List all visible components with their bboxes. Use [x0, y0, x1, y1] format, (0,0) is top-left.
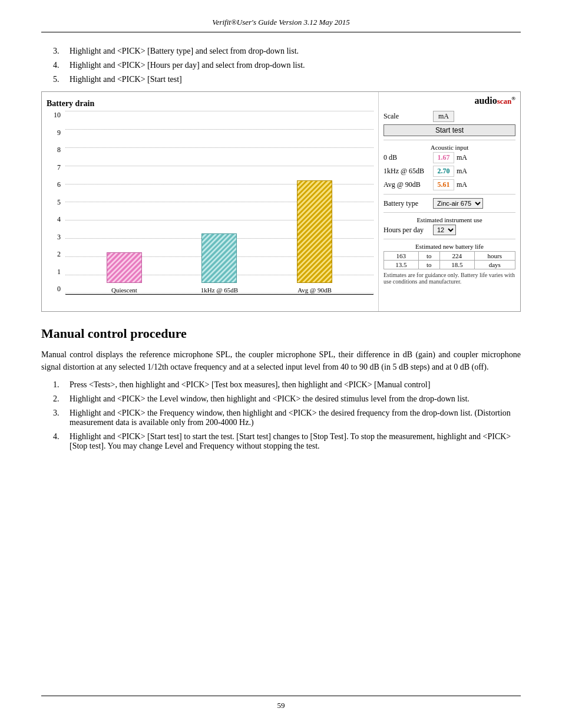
- 0db-value: 1.67: [433, 152, 454, 163]
- bar-label-quiescent: Quiescent: [111, 286, 137, 294]
- est-row-days: 13.5 to 18.5 days: [384, 261, 515, 269]
- est-from-hours: 163: [384, 252, 419, 261]
- 1khz-value: 2.70: [433, 166, 454, 177]
- hours-per-day-row: Hours per day 12 8 10 14 16: [384, 225, 515, 235]
- page-number: 59: [277, 701, 285, 710]
- divider: [384, 212, 515, 213]
- hours-per-day-select[interactable]: 12 8 10 14 16: [433, 225, 456, 235]
- right-panel: audioscan® Scale mA Start test Acoustic …: [379, 92, 520, 311]
- avg90-value: 5.61: [433, 179, 454, 190]
- step-text: Highlight and <PICK> [Hours per day] and…: [70, 61, 521, 70]
- hours-per-day-label: Hours per day: [384, 226, 431, 235]
- list-item: 4. Highlight and <PICK> [Start test] to …: [53, 432, 521, 451]
- 1khz-label: 1kHz @ 65dB: [384, 167, 431, 176]
- battery-drain-panel: Battery drain 10 9 8 7 6 5 4 3 2 1 0: [41, 91, 521, 312]
- 0db-unit: mA: [457, 153, 471, 162]
- divider: [384, 239, 515, 239]
- divider: [384, 194, 515, 195]
- step-text: Highlight and <PICK> [Start test]: [70, 75, 521, 84]
- start-test-button[interactable]: Start test: [384, 124, 515, 136]
- avg90-unit: mA: [457, 180, 471, 189]
- est-battery-title: Estimated new battery life: [384, 243, 515, 250]
- chart-area: Battery drain 10 9 8 7 6 5 4 3 2 1 0: [42, 92, 379, 311]
- step-text: Press <Tests>, then highlight and <PICK>…: [70, 380, 521, 390]
- page-header: Verifit®User's Guide Version 3.12 May 20…: [41, 18, 521, 32]
- est-from-days: 13.5: [384, 261, 419, 269]
- acoustic-1khz-row: 1kHz @ 65dB 2.70 mA: [384, 166, 515, 177]
- logo-audio: audio: [474, 95, 497, 106]
- est-unit-days: days: [474, 261, 515, 269]
- y-label: 7: [43, 163, 61, 172]
- chart-inner: 10 9 8 7 6 5 4 3 2 1 0: [65, 111, 373, 311]
- logo-scan: scan: [497, 97, 512, 106]
- acoustic-avg90-row: Avg @ 90dB 5.61 mA: [384, 179, 515, 190]
- y-label: 3: [43, 233, 61, 242]
- y-axis-labels: 10 9 8 7 6 5 4 3 2 1 0: [43, 111, 61, 294]
- step-num: 2.: [53, 394, 65, 404]
- chart-title: Battery drain: [42, 97, 378, 111]
- est-row-hours: 163 to 224 hours: [384, 252, 515, 261]
- y-label: 4: [43, 215, 61, 224]
- bar-group-1khz: 1kHz @ 65dB: [201, 233, 238, 294]
- scale-label: Scale: [384, 112, 431, 121]
- list-item: 2. Highlight and <PICK> the Level window…: [53, 394, 521, 404]
- battery-type-row: Battery type Zinc-air 675 Zinc-air 13 Zi…: [384, 198, 515, 209]
- y-label: 8: [43, 146, 61, 154]
- y-label: 1: [43, 268, 61, 276]
- section-title: Manual control procedure: [41, 326, 521, 341]
- step-num: 5.: [53, 75, 65, 84]
- start-test-row: Start test: [384, 124, 515, 136]
- scale-row: Scale mA: [384, 111, 515, 122]
- step-text: Highlight and <PICK> [Battery type] and …: [70, 47, 521, 56]
- list-item: 1. Press <Tests>, then highlight and <PI…: [53, 380, 521, 390]
- step-num: 3.: [53, 47, 65, 56]
- est-to-days: 18.5: [440, 261, 475, 269]
- manual-steps: 1. Press <Tests>, then highlight and <PI…: [53, 380, 521, 451]
- y-label: 5: [43, 198, 61, 207]
- est-battery-table: 163 to 224 hours 13.5 to 18.5 days: [384, 251, 515, 269]
- acoustic-input-title: Acoustic input: [384, 144, 515, 151]
- page: Verifit®User's Guide Version 3.12 May 20…: [0, 0, 562, 728]
- est-instrument-title: Estimated instrument use: [384, 216, 515, 223]
- bar-group-avg90: Avg @ 90dB: [297, 180, 332, 294]
- x-axis: [65, 294, 373, 295]
- step-num: 4.: [53, 432, 65, 451]
- step-num: 1.: [53, 380, 65, 390]
- list-item: 5. Highlight and <PICK> [Start test]: [53, 75, 521, 84]
- bar-group-quiescent: Quiescent: [107, 252, 142, 294]
- header-text: Verifit®User's Guide Version 3.12 May 20…: [212, 18, 350, 27]
- step-text: Highlight and <PICK> the Level window, t…: [70, 394, 521, 404]
- battery-type-label: Battery type: [384, 199, 431, 208]
- est-to-hours: 224: [440, 252, 475, 261]
- manual-intro: Manual control displays the reference mi…: [41, 348, 521, 373]
- audioscan-logo: audioscan®: [384, 95, 515, 106]
- bars-container: Quiescent 1kHz @ 65dB Avg @ 90dB: [65, 111, 373, 294]
- intro-steps: 3. Highlight and <PICK> [Battery type] a…: [53, 47, 521, 84]
- list-item: 3. Highlight and <PICK> [Battery type] a…: [53, 47, 521, 56]
- est-to-word-days: to: [418, 261, 439, 269]
- y-label: 2: [43, 250, 61, 259]
- bar-label-1khz: 1kHz @ 65dB: [201, 286, 238, 294]
- list-item: 3. Highlight and <PICK> the Frequency wi…: [53, 409, 521, 427]
- bar-label-avg90: Avg @ 90dB: [297, 286, 332, 294]
- y-label: 10: [43, 111, 61, 120]
- y-label: 0: [43, 285, 61, 294]
- bar-avg90: [297, 180, 332, 283]
- step-num: 3.: [53, 409, 65, 427]
- 1khz-unit: mA: [457, 167, 471, 176]
- avg90-label: Avg @ 90dB: [384, 180, 431, 189]
- 0db-label: 0 dB: [384, 153, 431, 162]
- est-to-word-hours: to: [418, 252, 439, 261]
- step-text: Highlight and <PICK> [Start test] to sta…: [70, 432, 521, 451]
- step-text: Highlight and <PICK> the Frequency windo…: [70, 409, 521, 427]
- scale-value: mA: [433, 111, 454, 122]
- logo-reg: ®: [511, 95, 515, 101]
- acoustic-0db-row: 0 dB 1.67 mA: [384, 152, 515, 163]
- battery-type-select[interactable]: Zinc-air 675 Zinc-air 13 Zinc-air 312 Zi…: [433, 198, 483, 209]
- step-num: 4.: [53, 61, 65, 70]
- page-footer: 59: [41, 696, 521, 710]
- bar-1khz: [201, 233, 237, 283]
- divider: [384, 140, 515, 140]
- list-item: 4. Highlight and <PICK> [Hours per day] …: [53, 61, 521, 70]
- est-unit-hours: hours: [474, 252, 515, 261]
